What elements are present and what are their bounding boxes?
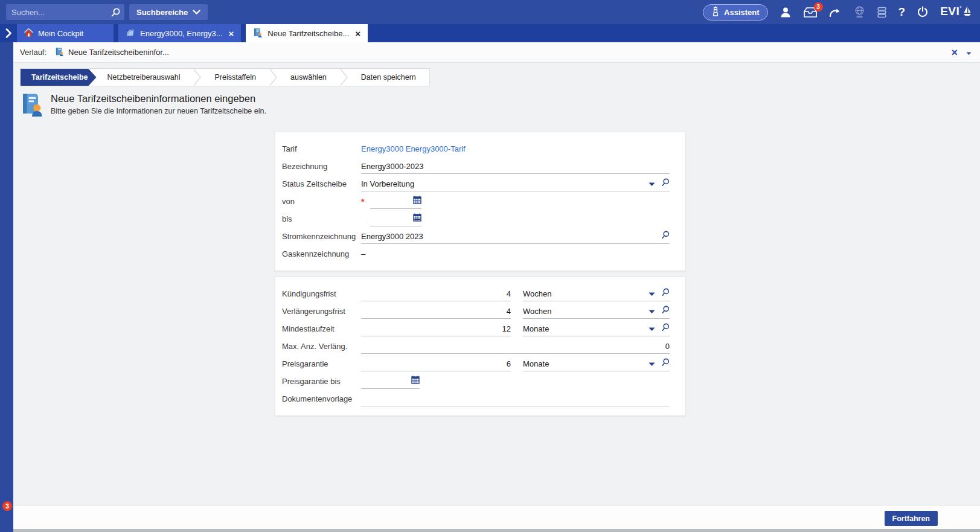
global-search[interactable] bbox=[6, 4, 124, 20]
form-row-stromkennzeichnung: Stromkennzeichnung bbox=[282, 228, 670, 245]
tabbar: Mein Cockpit Energy3000, Energy3... × Ne… bbox=[0, 24, 980, 42]
history-item-label: Neue Tarifzeitscheibeninfor... bbox=[68, 48, 169, 57]
lookup-search-icon[interactable] bbox=[661, 358, 670, 369]
chevron-separator-icon bbox=[193, 69, 201, 86]
power-icon[interactable] bbox=[917, 6, 929, 18]
gaskennzeichnung-value: – bbox=[361, 249, 365, 258]
history-item[interactable]: Neue Tarifzeitscheibeninfor... bbox=[55, 47, 169, 58]
preisgarantie-unit-input[interactable] bbox=[523, 359, 646, 368]
dokumentenvorlage-input[interactable] bbox=[361, 394, 670, 403]
chevron-down-icon[interactable] bbox=[966, 47, 972, 58]
field-label: Mindestlaufzeit bbox=[282, 324, 361, 333]
search-input[interactable] bbox=[11, 8, 110, 17]
field-label: Preisgarantie bbox=[282, 359, 361, 368]
brand-mark: ° bbox=[959, 5, 962, 11]
stromkennzeichnung-input[interactable] bbox=[361, 232, 658, 241]
search-icon[interactable] bbox=[110, 7, 121, 18]
globe-icon[interactable] bbox=[854, 6, 865, 19]
continue-button[interactable]: Fortfahren bbox=[885, 511, 938, 526]
wizard-step-tarifzeitscheibe[interactable]: Tarifzeitscheibe bbox=[21, 69, 97, 86]
tab-energy3000[interactable]: Energy3000, Energy3... × bbox=[118, 24, 241, 42]
verlaengerungsfrist-unit-input[interactable] bbox=[523, 307, 646, 316]
redo-arrow-icon[interactable] bbox=[829, 7, 842, 18]
field-label: von bbox=[282, 197, 361, 206]
kuendigungsfrist-input[interactable] bbox=[361, 289, 511, 298]
bezeichnung-input[interactable] bbox=[361, 162, 670, 171]
form-row-dokumentenvorlage: Dokumentenvorlage bbox=[282, 390, 670, 408]
close-icon[interactable]: × bbox=[354, 29, 362, 38]
field-label: Preisgarantie bis bbox=[282, 377, 361, 386]
bis-date-input[interactable] bbox=[370, 214, 413, 223]
mindestlaufzeit-input[interactable] bbox=[361, 324, 511, 333]
calendar-icon[interactable] bbox=[411, 376, 420, 386]
form-row-preisgarantie: Preisgarantie bbox=[282, 355, 670, 373]
calendar-icon[interactable] bbox=[413, 213, 421, 224]
lookup-search-icon[interactable] bbox=[661, 231, 670, 242]
chevron-down-icon[interactable] bbox=[649, 306, 655, 316]
status-zeitscheibe-input[interactable] bbox=[361, 179, 646, 188]
tab-label: Mein Cockpit bbox=[38, 29, 83, 38]
wizard-step-daten-speichern[interactable]: Daten speichern bbox=[348, 69, 429, 86]
book-icon bbox=[126, 28, 135, 39]
tarif-link[interactable]: Energy3000 Energy3000-Tarif bbox=[361, 144, 466, 153]
database-icon[interactable] bbox=[877, 7, 887, 18]
field-label: Dokumentenvorlage bbox=[282, 394, 361, 403]
chevron-down-icon[interactable] bbox=[649, 323, 655, 334]
wizard-step-netzbetreiberauswahl[interactable]: Netzbetreiberauswahl bbox=[94, 69, 194, 86]
chevron-separator-icon bbox=[269, 69, 277, 86]
verlaengerungsfrist-input[interactable] bbox=[361, 307, 511, 316]
page-title: Neue Tarifzeitscheibeninformationen eing… bbox=[51, 93, 266, 104]
tab-label: Energy3000, Energy3... bbox=[140, 29, 223, 38]
topbar-actions: Assistent 3 ? EVI° bbox=[703, 4, 980, 21]
max-anz-verlaeng-input[interactable] bbox=[361, 342, 670, 351]
inbox-icon[interactable]: 3 bbox=[803, 7, 818, 18]
field-label: Max. Anz. Verläng. bbox=[282, 342, 361, 351]
tab-neue-tarifzeitscheibe[interactable]: Neue Tarifzeitscheibe... × bbox=[246, 24, 368, 42]
user-icon[interactable] bbox=[780, 7, 792, 18]
sailboat-icon bbox=[963, 5, 972, 20]
footer-bar: Fortfahren bbox=[13, 505, 980, 529]
document-person-icon bbox=[253, 28, 263, 39]
kuendigungsfrist-unit-input[interactable] bbox=[523, 289, 646, 298]
wizard-step-preisstaffeln[interactable]: Preisstaffeln bbox=[201, 69, 269, 86]
form-row-gaskennzeichnung: Gaskennzeichnung – bbox=[282, 245, 670, 263]
topbar: Suchbereiche Assistent 3 bbox=[0, 0, 980, 24]
field-label: bis bbox=[282, 214, 361, 223]
close-icon[interactable]: × bbox=[951, 47, 958, 58]
wizard-step-label: Daten speichern bbox=[361, 73, 416, 82]
expand-tabs-chevron-icon[interactable] bbox=[0, 24, 17, 42]
form-row-status-zeitscheibe: Status Zeitscheibe bbox=[282, 175, 670, 193]
von-date-input[interactable] bbox=[370, 197, 413, 206]
search-areas-button[interactable]: Suchbereiche bbox=[129, 4, 208, 20]
lookup-search-icon[interactable] bbox=[661, 288, 670, 299]
lookup-search-icon[interactable] bbox=[661, 178, 670, 189]
lookup-search-icon[interactable] bbox=[661, 306, 670, 316]
wizard-steps: Tarifzeitscheibe Netzbetreiberauswahl Pr… bbox=[20, 68, 430, 86]
notification-badge[interactable]: 3 bbox=[2, 501, 12, 511]
home-icon bbox=[24, 28, 33, 39]
lookup-search-icon[interactable] bbox=[661, 323, 670, 334]
mindestlaufzeit-unit-input[interactable] bbox=[523, 324, 646, 333]
preisgarantie-bis-date-input[interactable] bbox=[361, 377, 411, 386]
chevron-down-icon[interactable] bbox=[649, 358, 655, 369]
help-icon[interactable]: ? bbox=[898, 5, 906, 19]
preisgarantie-input[interactable] bbox=[361, 359, 511, 368]
brand-text: EVI bbox=[940, 5, 959, 18]
collapsed-sidebar-strip[interactable] bbox=[0, 42, 13, 532]
document-person-icon bbox=[20, 92, 44, 120]
history-bar: Verlauf: Neue Tarifzeitscheibeninfor... … bbox=[13, 42, 980, 63]
inbox-badge: 3 bbox=[814, 2, 823, 11]
document-person-icon bbox=[55, 47, 64, 58]
chevron-down-icon[interactable] bbox=[649, 288, 655, 299]
field-label: Status Zeitscheibe bbox=[282, 179, 361, 188]
assistant-button[interactable]: Assistent bbox=[703, 4, 768, 21]
tab-mein-cockpit[interactable]: Mein Cockpit bbox=[17, 24, 114, 42]
search-areas-label: Suchbereiche bbox=[136, 8, 188, 17]
tab-label: Neue Tarifzeitscheibe... bbox=[267, 29, 349, 38]
calendar-icon[interactable] bbox=[413, 196, 421, 207]
wizard-step-label: Tarifzeitscheibe bbox=[31, 73, 88, 82]
chevron-down-icon[interactable] bbox=[649, 178, 655, 189]
close-icon[interactable]: × bbox=[228, 29, 235, 38]
wizard-step-auswaehlen[interactable]: auswählen bbox=[277, 69, 340, 86]
page-header: Neue Tarifzeitscheibeninformationen eing… bbox=[20, 92, 266, 120]
